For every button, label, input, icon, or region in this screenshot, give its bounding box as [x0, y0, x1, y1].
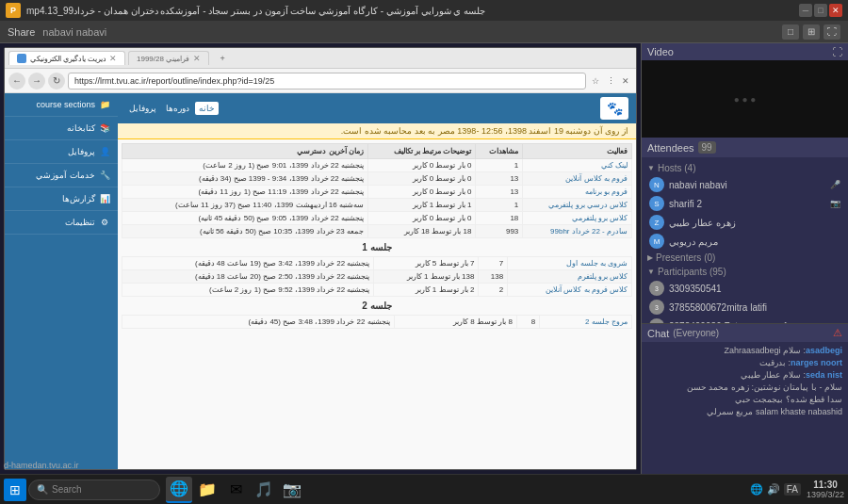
menu-profile[interactable]: پروفايل	[125, 102, 160, 115]
cell-time: پنجشنبه 22 خرداد 1399، 9:34 - 1399 صبح (…	[122, 172, 368, 186]
chat-msg-name-3: seda nist	[806, 370, 842, 380]
cell-time: پنجشنبه 22 خرداد 1399، 9:01 صبح (1 روز 2…	[122, 159, 368, 172]
minimize-button[interactable]: ─	[799, 4, 812, 17]
maximize-button[interactable]: □	[814, 4, 827, 17]
col-activity: فعاليت	[523, 144, 632, 159]
name-zahre: زهره عطار طيبي	[669, 218, 840, 228]
cell-posts: 138 بار توسط 1 کاربر	[374, 270, 479, 284]
sidebar-item-library[interactable]: 📚 کتابخانه	[5, 117, 118, 140]
browser-nav-bar: ← → ↻ https://lrmt.tvu.ac.ir/report/outl…	[5, 69, 636, 93]
chat-msg-6: salam khaste nabashid مريع سمرلي	[647, 407, 842, 416]
name-nabavi: nabavi nabavi	[669, 180, 825, 190]
attendees-header: Attendees 99	[642, 138, 848, 157]
col-posts: توضيحات مرتبط بر تکاليف	[367, 144, 475, 159]
cell-views: 1	[476, 159, 523, 172]
start-button[interactable]: ⊞	[4, 479, 26, 501]
share-icon-2[interactable]: ⊞	[803, 24, 820, 40]
attendees-count: 99	[698, 141, 716, 154]
video-expand-button[interactable]: ⛶	[832, 46, 842, 57]
browser-tab-inactive[interactable]: فراميني 1999/28 ✕	[128, 51, 209, 65]
section1-table: شروی به جلسه اول 7 7 بار توسط 5 کاربر پن…	[122, 256, 632, 297]
settings-icon[interactable]: ⋮	[604, 74, 617, 88]
share-icons: □ ⊞ ⛶	[782, 24, 840, 40]
back-button[interactable]: ←	[8, 73, 25, 89]
reload-button[interactable]: ↻	[48, 73, 65, 89]
hosts-group-header[interactable]: ▼ Hosts (4)	[642, 161, 848, 175]
taskbar-search[interactable]: 🔍 Search	[28, 480, 160, 500]
close-tab-button[interactable]: ✕	[109, 54, 117, 63]
chat-msg-text-1: سلام Zahraasadbegi	[724, 346, 801, 355]
browser-tab-active[interactable]: سامانه مديريت يادگيري الکترونيکي ✕	[8, 51, 125, 65]
table-row: فروم به کلاس آنلاين 13 0 بار توسط 0 کارب…	[122, 172, 632, 186]
taskbar-app-browser[interactable]: 🌐	[166, 477, 192, 503]
table-row: مروج جلسه 2 8 8 بار توسط 8 کاربر پنجشنبه…	[122, 316, 632, 329]
address-text: https://lrmt.tvu.ac.ir/report/outline/in…	[74, 76, 274, 86]
cell-views: 13	[476, 186, 523, 199]
cell-time: جمعه 23 خرداد 1399، 10:35 صبح (50 دقيقه …	[122, 225, 368, 238]
cell-posts: 0 بار توسط 0 کاربر	[367, 212, 475, 225]
avatar-p2: 3	[649, 300, 664, 315]
system-clock[interactable]: 11:30 1399/3/22	[807, 480, 844, 499]
taskbar-app-mail[interactable]: ✉	[222, 477, 249, 503]
close-button[interactable]: ✕	[829, 4, 842, 17]
attendees-list: ▼ Hosts (4) N nabavi nabavi 🎤 S sharifi …	[642, 157, 848, 323]
cell-views: 138	[479, 270, 508, 284]
close-browser-icon[interactable]: ✕	[619, 74, 632, 88]
search-icon: 🔍	[37, 484, 48, 495]
close-tab-inactive-button[interactable]: ✕	[193, 54, 201, 63]
taskbar-right: 🌐 🔊 FA 11:30 1399/3/22	[750, 480, 844, 499]
sidebar-item-profile[interactable]: 👤 پروفايل	[5, 140, 118, 164]
name-maryam: مريم دريوبي	[669, 236, 840, 247]
taskbar-app-media[interactable]: 🎵	[251, 477, 277, 503]
address-bar[interactable]: https://lrmt.tvu.ac.ir/report/outline/in…	[68, 73, 586, 89]
network-icon[interactable]: 🌐	[750, 483, 763, 496]
attendee-sharifi: S sharifi 2 📷	[642, 194, 848, 213]
chat-msg-text-4: سلام - با پيامتان نوشتين: زهره محمد حسن	[687, 382, 842, 392]
taskbar-app-camera[interactable]: 📷	[279, 477, 305, 503]
domain-bar: d-hamedan.tvu.ac.ir	[4, 461, 79, 470]
name-sharifi: sharifi 2	[669, 199, 825, 209]
avatar-nabavi: N	[649, 177, 664, 192]
chat-header: Chat (Everyone) ⚠	[642, 324, 848, 342]
cell-posts: 8 بار توسط 8 کاربر	[394, 316, 516, 329]
mic-icon: 🎤	[830, 180, 840, 189]
taskbar-app-explorer[interactable]: 📁	[194, 477, 220, 503]
icons-nabavi: 🎤	[830, 180, 840, 189]
page-header: 🐾 خانه دوره‌ها پروفايل	[118, 93, 636, 123]
video-section: Video ⛶ ● ● ●	[642, 43, 848, 138]
menu-courses[interactable]: دوره‌ها	[162, 102, 193, 115]
fullscreen-icon[interactable]: ⛶	[824, 24, 840, 40]
chat-alert-icon: ⚠	[833, 327, 842, 339]
sidebar-item-course-sections[interactable]: 📁 course sections	[5, 93, 118, 117]
language-indicator[interactable]: FA	[784, 483, 801, 496]
new-tab-button[interactable]: +	[216, 52, 229, 65]
clock-date: 1399/3/22	[807, 490, 844, 499]
forward-button[interactable]: →	[28, 73, 45, 89]
participants-group-header[interactable]: ▼ Participants (95)	[642, 265, 848, 279]
share-label: Share	[8, 26, 35, 38]
user-icon: 👤	[99, 146, 110, 157]
tab-label-active: سامانه مديريت يادگيري الکترونيکي	[30, 55, 106, 63]
attendees-title: Attendees	[647, 142, 694, 154]
page-content: 📁 course sections 📚 کتابخانه 👤 پروفايل 🔧…	[5, 93, 636, 469]
attendee-nabavi: N nabavi nabavi 🎤	[642, 175, 848, 194]
presenters-arrow: ▶	[647, 253, 653, 262]
avatar-maryam: M	[649, 234, 664, 249]
chat-msg-text-6: salam khaste nabashid مريع سمرلي	[707, 407, 842, 416]
share-icon-1[interactable]: □	[782, 24, 799, 40]
page-header-menu: خانه دوره‌ها پروفايل	[125, 102, 219, 115]
sidebar-item-admin[interactable]: 🔧 خدمات آموزشي	[5, 164, 118, 187]
clock-time: 11:30	[807, 480, 844, 490]
video-placeholder-text: ● ● ●	[734, 94, 757, 105]
cell-posts: 0 بار توسط 0 کاربر	[367, 186, 475, 199]
chat-msg-5: سدا قطع شده؟ بيجمجت حبي	[647, 395, 842, 404]
presenters-group-header[interactable]: ▶ Presenters (0)	[642, 251, 848, 265]
bookmark-icon[interactable]: ☆	[589, 74, 602, 88]
cell-activity: لينک کني	[523, 159, 632, 172]
sidebar-item-settings[interactable]: ⚙ تنظيمات	[5, 211, 118, 235]
menu-home[interactable]: خانه	[195, 102, 219, 115]
sidebar-item-reports[interactable]: 📊 گزارش‌ها	[5, 187, 118, 211]
volume-icon[interactable]: 🔊	[767, 483, 780, 496]
report-icon: 📊	[99, 193, 110, 204]
site-logo: 🐾	[600, 97, 628, 120]
